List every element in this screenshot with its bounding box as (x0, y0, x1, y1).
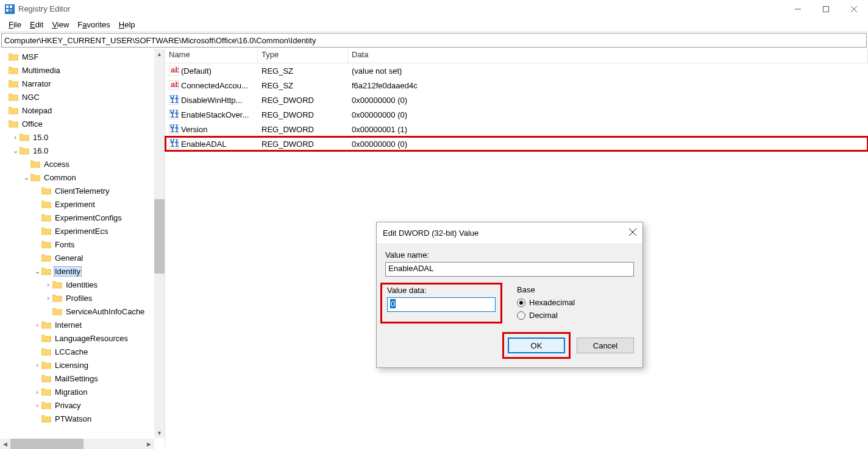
tree-item-narrator[interactable]: Narrator (0, 77, 165, 90)
col-data[interactable]: Data (348, 49, 868, 63)
chevron-right-icon[interactable]: › (44, 281, 52, 288)
tree-item-label: MailSettings (54, 374, 99, 383)
value-row[interactable]: (Default)REG_SZ(value not set) (165, 63, 868, 78)
value-row[interactable]: EnableStackOver...REG_DWORD0x00000000 (0… (165, 107, 868, 122)
tree-item-languageresources[interactable]: LanguageResources (0, 331, 165, 345)
folder-icon (41, 253, 51, 262)
scroll-down-icon[interactable]: ▼ (154, 428, 165, 438)
folder-icon (30, 173, 40, 182)
tree-item-office[interactable]: Office (0, 117, 165, 130)
minimize-button[interactable] (784, 0, 812, 18)
tree-item-internet[interactable]: ›Internet (0, 318, 165, 331)
value-name: EnableStackOver... (181, 110, 249, 119)
folder-icon (9, 52, 18, 61)
tree-hscrollbar[interactable]: ◀ ▶ (0, 439, 154, 449)
radio-decimal[interactable]: Decimal (517, 311, 575, 320)
scroll-left-icon[interactable]: ◀ (0, 439, 10, 449)
value-row[interactable]: DisableWinHttp...REG_DWORD0x00000000 (0) (165, 93, 868, 107)
tree-item-clienttelemetry[interactable]: ClientTelemetry (0, 184, 165, 197)
tree-item-15-0[interactable]: ›15.0 (0, 130, 165, 144)
value-row[interactable]: VersionREG_DWORD0x00000001 (1) (165, 122, 868, 136)
tree-item-notepad[interactable]: Notepad (0, 104, 165, 117)
tree-item-experiment[interactable]: Experiment (0, 197, 165, 211)
tree-item-profiles[interactable]: ›Profiles (0, 291, 165, 305)
chevron-down-icon[interactable]: ⌄ (33, 267, 41, 275)
col-name[interactable]: Name (165, 49, 258, 63)
tree-item-serviceauthinfocache[interactable]: ServiceAuthInfoCache (0, 305, 165, 318)
tree-item-lccache[interactable]: LCCache (0, 345, 165, 358)
reg-dword-icon (169, 139, 179, 149)
tree-item-label: MSF (21, 52, 40, 62)
address-bar[interactable]: Computer\HKEY_CURRENT_USER\SOFTWARE\Micr… (1, 33, 867, 48)
vscroll-thumb[interactable] (154, 199, 165, 274)
tree-item-msf[interactable]: MSF (0, 50, 165, 63)
value-row[interactable]: EnableADALREG_DWORD0x00000000 (0) (165, 136, 868, 151)
tree-item-licensing[interactable]: ›Licensing (0, 358, 165, 372)
tree-item-ptwatson[interactable]: PTWatson (0, 412, 165, 425)
scroll-right-icon[interactable]: ▶ (144, 439, 154, 449)
menu-edit[interactable]: Edit (26, 19, 47, 30)
tree-item-experimentconfigs[interactable]: ExperimentConfigs (0, 211, 165, 224)
svg-rect-6 (824, 6, 829, 12)
folder-icon (41, 227, 51, 235)
value-name: Version (181, 125, 207, 134)
reg-dword-icon (169, 124, 179, 134)
tree-item-general[interactable]: General (0, 251, 165, 264)
tree-item-identity[interactable]: ⌄Identity (0, 264, 165, 278)
chevron-down-icon[interactable]: ⌄ (22, 174, 30, 182)
folder-icon (52, 307, 62, 316)
value-list[interactable]: Name Type Data (Default)REG_SZ(value not… (165, 49, 868, 449)
menu-favorites[interactable]: Favorites (74, 19, 113, 30)
menu-file[interactable]: File (5, 19, 25, 30)
tree-item-identities[interactable]: ›Identities (0, 278, 165, 291)
hscroll-thumb[interactable] (10, 439, 84, 449)
valuedata-highlight: Value data: 0 (380, 283, 502, 323)
tree-item-access[interactable]: Access (0, 157, 165, 171)
chevron-right-icon[interactable]: › (33, 388, 41, 395)
tree-item-migration[interactable]: ›Migration (0, 385, 165, 398)
scroll-up-icon[interactable]: ▲ (154, 49, 165, 59)
tree-vscrollbar[interactable]: ▲ ▼ (154, 49, 165, 438)
list-header: Name Type Data (165, 49, 868, 63)
folder-icon (41, 186, 51, 195)
menu-view[interactable]: View (48, 19, 73, 30)
valuename-input[interactable]: EnableADAL (385, 262, 634, 277)
chevron-right-icon[interactable]: › (44, 294, 52, 302)
folder-icon (20, 146, 29, 155)
chevron-right-icon[interactable]: › (33, 361, 41, 369)
tree-item-mailsettings[interactable]: MailSettings (0, 372, 165, 385)
close-button[interactable] (840, 0, 868, 18)
menu-help[interactable]: Help (115, 19, 139, 30)
col-type[interactable]: Type (258, 49, 348, 63)
cancel-button[interactable]: Cancel (577, 338, 634, 353)
value-type: REG_DWORD (258, 96, 348, 105)
value-data: f6a212fe0daaed4c (348, 81, 868, 90)
chevron-right-icon[interactable]: › (33, 321, 41, 328)
key-tree[interactable]: MSFMultimediaNarratorNGCNotepadOffice›15… (0, 49, 165, 449)
dialog-close-button[interactable] (618, 228, 636, 238)
tree-item-ngc[interactable]: NGC (0, 90, 165, 104)
value-name: ConnectedAccou... (181, 81, 248, 90)
tree-item-fonts[interactable]: Fonts (0, 238, 165, 251)
chevron-down-icon[interactable]: ⌄ (11, 147, 20, 155)
tree-item-multimedia[interactable]: Multimedia (0, 63, 165, 77)
value-row[interactable]: ConnectedAccou...REG_SZf6a212fe0daaed4c (165, 78, 868, 93)
folder-icon (41, 387, 51, 396)
tree-item-common[interactable]: ⌄Common (0, 171, 165, 184)
folder-icon (41, 213, 51, 222)
menubar: File Edit View Favorites Help (0, 18, 868, 32)
tree-item-label: 16.0 (32, 146, 49, 155)
folder-icon (9, 79, 18, 88)
ok-button[interactable]: OK (508, 338, 565, 353)
tree-item-label: Fonts (54, 240, 76, 249)
radio-hexadecimal[interactable]: Hexadecimal (517, 298, 575, 307)
tree-item-label: Internet (54, 320, 83, 330)
maximize-button[interactable] (812, 0, 840, 18)
radio-icon (517, 299, 525, 307)
valuedata-input[interactable]: 0 (387, 297, 496, 312)
chevron-right-icon[interactable]: › (33, 401, 41, 409)
tree-item-privacy[interactable]: ›Privacy (0, 398, 165, 412)
chevron-right-icon[interactable]: › (11, 133, 20, 141)
tree-item-16-0[interactable]: ⌄16.0 (0, 144, 165, 157)
tree-item-experimentecs[interactable]: ExperimentEcs (0, 224, 165, 238)
